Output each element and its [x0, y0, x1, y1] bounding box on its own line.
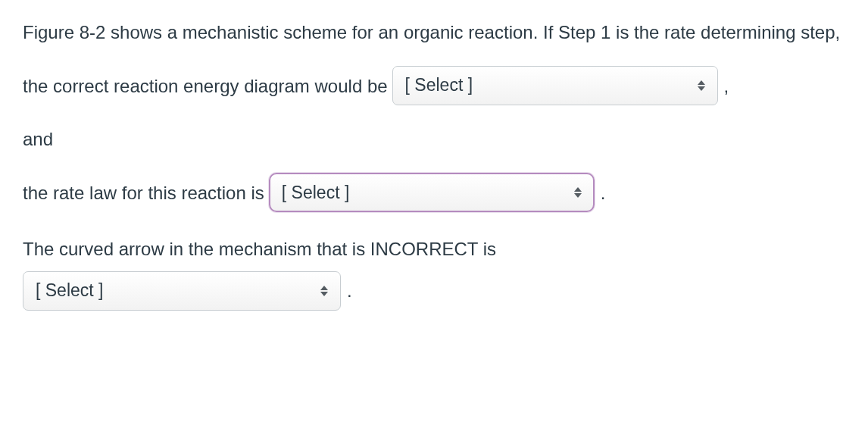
up-down-arrows-icon	[573, 184, 583, 201]
curved-arrow-select[interactable]: [ Select ]	[23, 271, 341, 311]
and-line: and	[23, 125, 845, 153]
and-text: and	[23, 129, 53, 149]
select-label: [ Select ]	[405, 72, 473, 99]
line-curved-arrow: The curved arrow in the mechanism that i…	[23, 235, 845, 310]
trailing-comma: ,	[724, 72, 729, 100]
energy-diagram-prefix: the correct reaction energy diagram woul…	[23, 72, 388, 100]
select-label: [ Select ]	[282, 180, 349, 207]
up-down-arrows-icon	[696, 77, 707, 94]
rate-law-prefix: the rate law for this reaction is	[23, 179, 264, 207]
up-down-arrows-icon	[319, 283, 329, 299]
line-energy-diagram: the correct reaction energy diagram woul…	[23, 66, 845, 105]
energy-diagram-select[interactable]: [ Select ]	[392, 66, 718, 105]
intro-text: Figure 8-2 shows a mechanistic scheme fo…	[23, 22, 840, 42]
curved-arrow-prefix: The curved arrow in the mechanism that i…	[23, 239, 496, 259]
intro-paragraph: Figure 8-2 shows a mechanistic scheme fo…	[23, 18, 845, 46]
trailing-period: .	[601, 179, 606, 207]
rate-law-select[interactable]: [ Select ]	[269, 173, 595, 212]
trailing-period: .	[347, 277, 352, 305]
line-rate-law: the rate law for this reaction is [ Sele…	[23, 173, 845, 212]
select-label: [ Select ]	[36, 277, 103, 305]
